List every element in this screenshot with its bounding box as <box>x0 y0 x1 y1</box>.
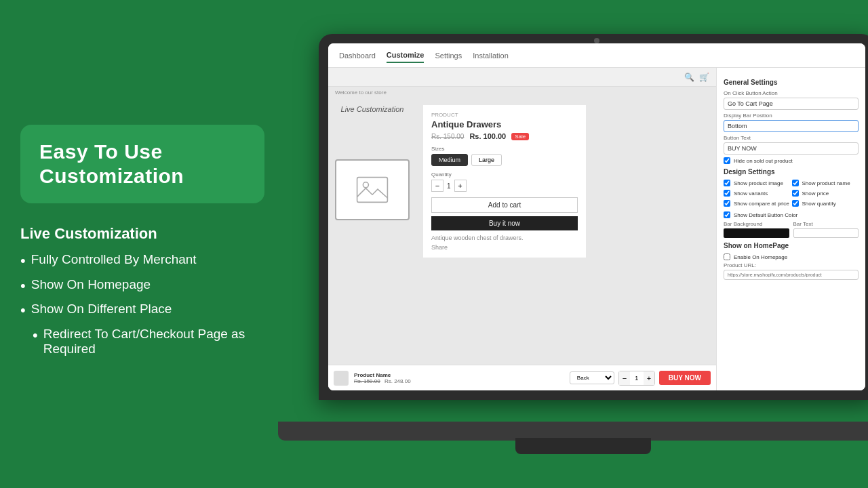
tab-installation[interactable]: Installation <box>473 49 509 62</box>
show-compare-row: Show compare at price <box>724 200 791 207</box>
sticky-product-name: Product Name <box>354 372 564 378</box>
product-url-input[interactable] <box>724 270 859 280</box>
enable-homepage-row: Enable On Homepage <box>724 253 859 260</box>
sticky-qty-decrease[interactable]: − <box>619 371 630 385</box>
main-content-row: 🔍 🛒 Welcome to our store Live Customizat… <box>328 68 865 390</box>
show-product-name-checkbox[interactable] <box>792 180 799 186</box>
screen-content: Dashboard Customize Settings Installatio… <box>328 43 865 390</box>
sticky-qty: − 1 + <box>618 371 655 386</box>
display-bar-row: Display Bar Position <box>724 113 859 132</box>
bar-text-label: Bar Text <box>793 221 859 227</box>
cart-icon[interactable]: 🛒 <box>698 72 709 83</box>
store-message: Welcome to our store <box>328 87 716 98</box>
product-info-panel: PRODUCT Antique Drawers Rs. 150.00 Rs. 1… <box>423 105 586 258</box>
hide-sold-out-row: Hide on sold out product <box>724 157 859 164</box>
show-product-name-row: Show product name <box>792 180 859 186</box>
show-quantity-checkbox[interactable] <box>792 200 799 207</box>
product-url-label: Product URL: <box>724 262 859 268</box>
share-row: Share <box>431 244 578 251</box>
buy-now-button[interactable]: Buy it now <box>431 216 578 230</box>
qty-value: 1 <box>447 182 451 190</box>
general-settings-title: General Settings <box>724 79 859 86</box>
bar-background-color[interactable] <box>724 228 789 238</box>
size-large[interactable]: Large <box>471 154 502 166</box>
original-price: Rs. 150.00 <box>431 133 464 140</box>
sticky-product-price: Rs. 150.00 Rs. 248.00 <box>354 378 564 384</box>
bar-text-swatch: Bar Text <box>793 221 859 238</box>
list-item: Redirect To Cart/Checkout Page as Requir… <box>20 327 264 357</box>
left-panel: Easy To Use Customization Live Customiza… <box>0 0 285 488</box>
show-product-image-checkbox[interactable] <box>724 180 730 186</box>
show-on-homepage-title: Show on HomePage <box>724 242 859 249</box>
on-click-input[interactable] <box>724 98 859 110</box>
show-product-image-label: Show product image <box>734 180 783 186</box>
list-item: Show On Homepage <box>20 277 264 295</box>
tab-settings[interactable]: Settings <box>435 49 462 62</box>
design-settings-title: Design Settings <box>724 168 859 176</box>
qty-decrease[interactable]: − <box>431 180 443 192</box>
product-url-row: Product URL: <box>724 262 859 280</box>
bar-text-color[interactable] <box>793 228 859 238</box>
bar-background-swatch: Bar Background <box>724 221 789 238</box>
laptop-camera <box>594 38 599 43</box>
add-to-cart-button[interactable]: Add to cart <box>431 197 578 213</box>
show-default-btn-color-checkbox[interactable] <box>724 211 730 218</box>
show-product-image-row: Show product image <box>724 180 791 186</box>
feature-heading: Live Customization <box>20 225 264 243</box>
laptop-stand <box>515 438 651 454</box>
show-quantity-row: Show quantity <box>792 200 859 207</box>
center-area: 🔍 🛒 Welcome to our store Live Customizat… <box>328 68 716 390</box>
size-medium[interactable]: Medium <box>431 154 468 166</box>
show-price-checkbox[interactable] <box>792 190 799 197</box>
sticky-buy-button[interactable]: BUY NOW <box>659 371 711 385</box>
hide-sold-out-label: Hide on sold out product <box>734 158 793 164</box>
bar-background-label: Bar Background <box>724 221 789 227</box>
size-buttons: Medium Large <box>431 154 578 166</box>
tab-customize[interactable]: Customize <box>387 48 425 63</box>
search-icon[interactable]: 🔍 <box>684 72 694 83</box>
display-bar-input[interactable] <box>724 120 859 132</box>
show-price-row: Show price <box>792 190 859 197</box>
center-top-bar: 🔍 🛒 <box>328 68 716 87</box>
show-variants-label: Show variants <box>734 190 768 197</box>
sale-badge: Sale <box>511 133 529 140</box>
list-item: Fully Controlled By Merchant <box>20 252 264 270</box>
svg-rect-0 <box>357 178 388 203</box>
enable-homepage-checkbox[interactable] <box>724 253 730 260</box>
settings-panel: General Settings On Click Button Action … <box>716 68 865 390</box>
on-click-row: On Click Button Action <box>724 90 859 110</box>
tab-dashboard[interactable]: Dashboard <box>339 49 376 62</box>
sticky-qty-increase[interactable]: + <box>644 371 654 385</box>
show-price-label: Show price <box>802 190 829 197</box>
display-bar-label: Display Bar Position <box>724 113 859 119</box>
quantity-label: Quantity <box>431 171 578 178</box>
image-icon <box>355 176 389 203</box>
title-box: Easy To Use Customization <box>20 125 264 203</box>
svg-point-1 <box>363 182 368 188</box>
show-compare-checkbox[interactable] <box>724 200 730 207</box>
sticky-qty-value: 1 <box>630 375 644 382</box>
show-compare-label: Show compare at price <box>734 201 789 207</box>
show-variants-checkbox[interactable] <box>724 190 730 197</box>
enable-homepage-label: Enable On Homepage <box>734 254 787 260</box>
current-price: Rs. 100.00 <box>469 132 506 140</box>
show-quantity-label: Show quantity <box>802 201 836 207</box>
product-image <box>335 159 410 220</box>
laptop-body: Dashboard Customize Settings Installatio… <box>319 34 868 400</box>
qty-row: − 1 + <box>431 180 578 192</box>
size-label: Sizes <box>431 146 578 152</box>
hide-sold-out-checkbox[interactable] <box>724 157 730 164</box>
laptop-screen: Dashboard Customize Settings Installatio… <box>328 43 865 390</box>
qty-increase[interactable]: + <box>454 180 467 192</box>
sticky-product-info: Product Name Rs. 150.00 Rs. 248.00 <box>354 372 564 384</box>
show-default-btn-color-row: Show Default Button Color <box>724 211 859 218</box>
design-checkboxes: Show product image Show product name Sho… <box>724 180 859 209</box>
product-category: PRODUCT <box>431 112 578 118</box>
on-click-label: On Click Button Action <box>724 90 859 96</box>
list-item: Show On Different Place <box>20 302 264 319</box>
main-title: Easy To Use Customization <box>39 140 245 188</box>
sticky-controls: Back − 1 + BUY NOW <box>570 371 711 386</box>
product-name: Antique Drawers <box>431 119 578 129</box>
back-select[interactable]: Back <box>570 371 614 384</box>
button-text-input[interactable] <box>724 142 859 155</box>
